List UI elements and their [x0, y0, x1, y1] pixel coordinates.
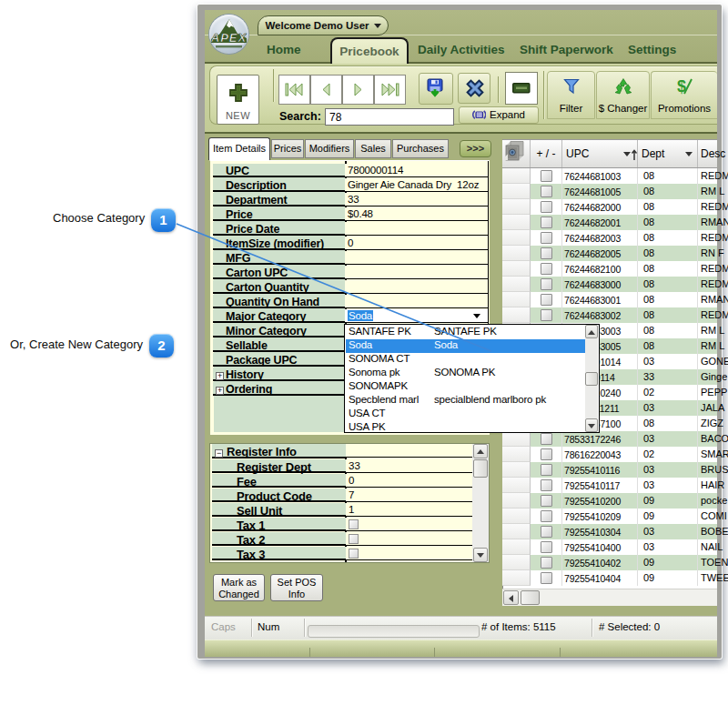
svg-text:APEX: APEX: [210, 31, 248, 45]
